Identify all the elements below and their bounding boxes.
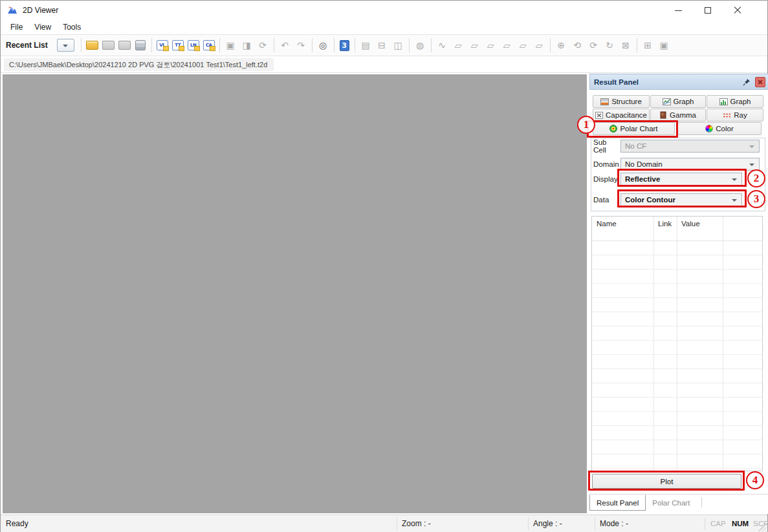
viewer-canvas[interactable] bbox=[3, 74, 587, 513]
layer-tt-icon[interactable]: TT bbox=[172, 40, 184, 50]
export-folder-icon[interactable] bbox=[117, 38, 132, 53]
menu-bar: File View Tools bbox=[1, 20, 767, 34]
tab-label: Result Panel bbox=[597, 499, 639, 507]
resize-grip[interactable] bbox=[758, 524, 766, 531]
cube-view-left-icon[interactable]: ▱ bbox=[516, 38, 531, 53]
table-row[interactable] bbox=[592, 298, 762, 312]
table-row[interactable] bbox=[592, 270, 762, 284]
chevron-down-icon bbox=[732, 199, 737, 202]
table-row[interactable] bbox=[592, 312, 762, 326]
table-row[interactable] bbox=[592, 440, 762, 454]
maximize-button[interactable] bbox=[693, 1, 723, 20]
undo-icon[interactable]: ↶ bbox=[278, 38, 292, 53]
tile-vertical-icon[interactable]: ◫ bbox=[391, 38, 406, 53]
copy-icon[interactable]: ▣ bbox=[223, 38, 238, 53]
redo-icon[interactable]: ↷ bbox=[294, 38, 309, 53]
open-file-icon[interactable] bbox=[85, 38, 100, 53]
display-select[interactable]: Reflective bbox=[620, 173, 742, 186]
minimize-button[interactable] bbox=[663, 1, 693, 20]
tab-gamma[interactable]: Gamma bbox=[650, 109, 706, 122]
save-icon[interactable] bbox=[133, 38, 148, 53]
tab-capacitance[interactable]: Capacitance bbox=[593, 109, 650, 122]
cube-view-top-icon[interactable]: ▱ bbox=[483, 38, 498, 53]
layer-vl-icon[interactable]: VL bbox=[157, 40, 168, 50]
rotate-ccw-icon[interactable]: ⟲ bbox=[570, 38, 585, 53]
polyline-icon[interactable]: ∿ bbox=[435, 38, 450, 53]
rotate-cw-icon[interactable]: ⟳ bbox=[586, 38, 601, 53]
layer-ln-icon[interactable]: LN bbox=[188, 40, 199, 50]
paste-icon[interactable]: ◨ bbox=[239, 38, 254, 53]
column-header-link[interactable]: Link bbox=[658, 220, 672, 228]
cube-view-bottom-icon[interactable]: ▱ bbox=[499, 38, 514, 53]
chevron-down-icon bbox=[63, 45, 68, 47]
tab-polar-chart[interactable]: Polar Chart bbox=[593, 122, 675, 135]
table-row[interactable] bbox=[592, 241, 762, 255]
sub-cell-select[interactable]: No CF bbox=[620, 140, 760, 153]
cube-view-back-icon[interactable]: ▱ bbox=[467, 38, 482, 53]
menu-file[interactable]: File bbox=[5, 21, 28, 33]
tab-ray[interactable]: Ray bbox=[707, 109, 763, 122]
pin-button[interactable] bbox=[741, 77, 752, 87]
menu-view[interactable]: View bbox=[28, 21, 57, 33]
toolbar: Recent List VLTTLNCA▣◨⟳↶↷◎3▤⊟◫◍∿▱▱▱▱▱▱⊕⟲… bbox=[1, 34, 767, 56]
status-ready: Ready bbox=[6, 515, 28, 532]
plot-button[interactable]: Plot bbox=[592, 474, 741, 489]
table-row[interactable] bbox=[592, 454, 762, 469]
display-label: Display bbox=[589, 175, 620, 183]
structure-icon bbox=[600, 98, 609, 105]
table-row[interactable] bbox=[592, 284, 762, 298]
cube-view-right-icon[interactable]: ▱ bbox=[532, 38, 547, 53]
zoom-actual-icon[interactable]: ▣ bbox=[657, 38, 672, 53]
gamma-icon bbox=[660, 111, 667, 119]
cascade-windows-icon[interactable]: ▤ bbox=[358, 38, 373, 53]
tab-label: Structure bbox=[611, 98, 642, 105]
report-3d-icon[interactable]: 3 bbox=[340, 40, 349, 51]
tab-color[interactable]: Color bbox=[677, 122, 762, 135]
tile-horizontal-icon[interactable]: ⊟ bbox=[375, 38, 389, 53]
zoom-fit-icon[interactable]: ⊞ bbox=[641, 38, 655, 53]
layer-ca-icon[interactable]: CA bbox=[203, 40, 215, 50]
refresh-icon[interactable]: ⟳ bbox=[256, 38, 270, 53]
column-header-value[interactable]: Value bbox=[681, 220, 700, 228]
table-row[interactable] bbox=[592, 255, 762, 270]
table-row[interactable] bbox=[592, 412, 762, 426]
result-table[interactable]: Name Link Value bbox=[591, 216, 763, 471]
domain-select[interactable]: No Domain bbox=[620, 158, 760, 171]
status-num-lock: NUM bbox=[732, 515, 749, 532]
data-select[interactable]: Color Contour bbox=[620, 193, 742, 206]
spin-icon[interactable]: ↻ bbox=[602, 38, 617, 53]
tab-structure[interactable]: Structure bbox=[593, 95, 650, 108]
pan-icon[interactable]: ⊕ bbox=[554, 38, 569, 53]
sub-cell-label: Sub Cell bbox=[589, 138, 620, 154]
tab-graph-line[interactable]: Graph bbox=[650, 95, 706, 108]
panel-close-button[interactable] bbox=[755, 77, 765, 87]
pin-icon bbox=[743, 78, 751, 86]
splitter-highlight bbox=[590, 471, 743, 473]
tab-polar-chart-bottom[interactable]: Polar Chart bbox=[646, 495, 696, 511]
table-row[interactable] bbox=[592, 326, 762, 341]
table-row[interactable] bbox=[592, 369, 762, 383]
zoom-window-icon[interactable]: ⊠ bbox=[619, 38, 633, 53]
menu-tools[interactable]: Tools bbox=[57, 21, 87, 33]
tab-graph-bar[interactable]: Graph bbox=[707, 95, 763, 108]
table-row[interactable] bbox=[592, 426, 762, 440]
column-header-name[interactable]: Name bbox=[597, 220, 617, 228]
target-icon[interactable]: ◎ bbox=[316, 38, 331, 53]
bar-chart-icon bbox=[719, 98, 728, 105]
domain-label: Domain bbox=[589, 160, 620, 168]
close-button[interactable] bbox=[723, 1, 752, 20]
tab-label: Gamma bbox=[670, 111, 696, 119]
file-path[interactable]: C:\Users\JMBaek\Desktop\20241210 2D PVG … bbox=[4, 58, 274, 71]
table-row[interactable] bbox=[592, 341, 762, 355]
tab-result-panel[interactable]: Result Panel bbox=[589, 495, 646, 511]
domain-value: No Domain bbox=[625, 160, 663, 168]
open-recent-folder-icon[interactable] bbox=[101, 38, 116, 53]
table-row[interactable] bbox=[592, 383, 762, 398]
globe-icon[interactable]: ◍ bbox=[413, 38, 428, 53]
table-row[interactable] bbox=[592, 355, 762, 369]
recent-list-dropdown[interactable] bbox=[57, 39, 74, 52]
table-row[interactable] bbox=[592, 398, 762, 412]
status-separator bbox=[705, 518, 705, 530]
cube-view-front-icon[interactable]: ▱ bbox=[451, 38, 466, 53]
toolbar-separator bbox=[81, 38, 82, 52]
